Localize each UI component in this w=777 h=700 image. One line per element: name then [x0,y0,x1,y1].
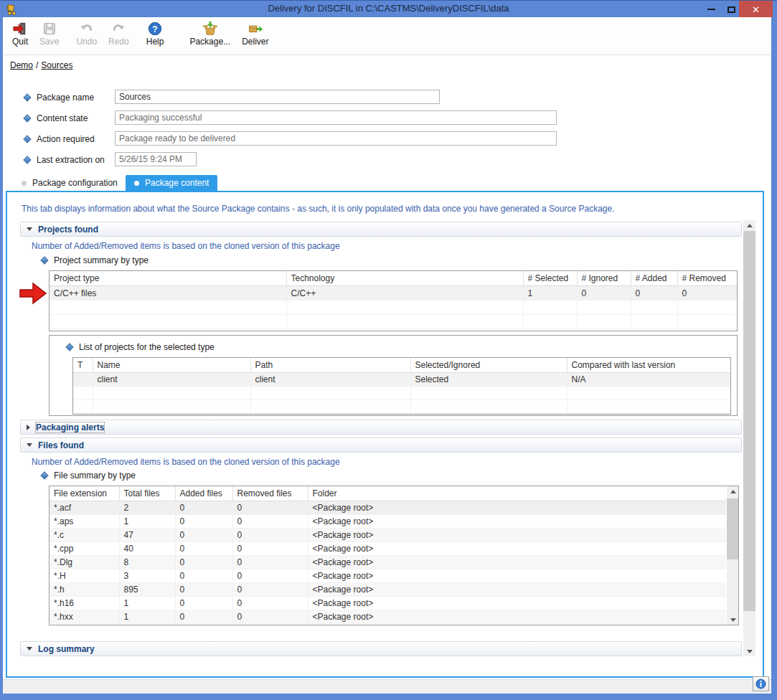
breadcrumb-link-sources[interactable]: Sources [41,60,72,70]
table-cell [73,387,93,400]
column-header: File extension [50,486,119,501]
table-row[interactable]: clientclientSelectedN/A [73,373,730,387]
table-cell [410,387,567,400]
table-row[interactable]: *.h16100<Package root> [50,597,726,610]
content-state-input[interactable] [115,110,557,125]
maximize-icon [727,6,735,13]
table-cell: <Package root> [308,501,726,515]
table-cell: 0 [175,542,232,556]
svg-text:?: ? [152,24,157,34]
scroll-down-icon[interactable] [727,615,739,625]
table-row[interactable]: *.H300<Package root> [50,569,726,583]
last-extraction-input[interactable] [115,152,197,166]
section-header-packaging-alerts[interactable]: Packaging alerts [20,420,742,435]
section-header-log-summary[interactable]: Log summary [20,641,742,656]
diamond-icon [23,156,31,164]
file-summary-label-row: File summary by type [42,470,136,481]
table-cell [523,315,577,329]
table-cell: 0 [232,501,308,515]
field-content-state: Content state [24,113,88,123]
table-row[interactable]: *.hxx100<Package root> [50,610,726,624]
tab-package-configuration[interactable]: Package configuration [22,175,118,191]
expand-triangle-icon [27,425,30,430]
table-header-row: File extensionTotal filesAdded filesRemo… [50,486,726,501]
column-header: Added files [175,486,232,501]
save-label: Save [39,37,59,47]
table-row[interactable]: *.c4700<Package root> [50,529,726,542]
table-header-row: Project typeTechnology# Selected# Ignore… [50,271,738,286]
table-row[interactable]: *.aps100<Package root> [50,515,726,529]
undo-button: Undo [72,20,100,47]
deliver-button[interactable]: Deliver [238,20,272,47]
section-title: Projects found [38,224,98,235]
table-cell [677,315,738,329]
column-header: # Selected [523,271,577,286]
section-header-files-found[interactable]: Files found [20,438,742,453]
table-cell [50,301,286,315]
table-cell: 47 [119,529,175,542]
table-cell: 0 [577,286,631,301]
file-summary-table: File extensionTotal filesAdded filesRemo… [50,486,726,624]
table-cell: 0 [232,583,308,597]
files-table-scrollbar[interactable] [727,486,739,625]
field-action-required: Action required [24,134,95,144]
table-row[interactable]: C/C++ filesC/C++1000 [50,286,738,301]
table-row[interactable]: *.acf200<Package root> [50,501,726,515]
table-cell: N/A [567,373,730,387]
project-summary-label: Project summary by type [54,255,149,265]
window-title: Delivery for DISCFIL in C:\CASTMS\Delive… [0,3,777,14]
maximize-button[interactable] [721,1,741,18]
projects-note: Number of Added/Removed items is based o… [32,241,340,251]
help-label: Help [146,37,164,47]
table-cell: 40 [119,542,175,556]
table-row[interactable]: *.cpp4000<Package root> [50,542,726,556]
column-header: Project type [50,271,286,286]
project-summary-label-row: Project summary by type [42,255,149,265]
table-cell [677,301,738,315]
table-cell: *.h16 [50,597,119,610]
table-cell: <Package root> [308,542,726,556]
help-button[interactable]: ? Help [143,20,168,47]
quit-button[interactable]: Quit [9,20,32,47]
scrollbar-thumb[interactable] [727,498,739,559]
info-button[interactable] [753,676,769,691]
package-name-input[interactable] [115,90,440,104]
table-cell: 0 [232,610,308,624]
breadcrumb-separator: / [36,60,38,70]
table-cell [567,387,730,400]
project-list-container: List of projects for the selected type T… [49,335,738,416]
table-header-row: TNamePathSelected/IgnoredCompared with l… [73,358,730,373]
section-header-projects-found[interactable]: Projects found [20,222,742,237]
scroll-up-icon[interactable] [743,220,755,230]
scroll-down-icon[interactable] [743,646,755,656]
column-header: Selected/Ignored [410,358,567,373]
scroll-up-icon[interactable] [727,486,739,496]
table-cell: 0 [175,501,232,515]
package-button[interactable]: Package... [186,20,234,47]
panel-scrollbar[interactable] [743,220,755,656]
breadcrumb-link-demo[interactable]: Demo [10,60,33,70]
action-required-label: Action required [37,134,95,144]
minimize-button[interactable] [701,1,721,18]
action-required-input[interactable] [115,131,557,146]
table-cell: <Package root> [308,610,726,624]
window-border-bottom [0,694,777,700]
table-cell: 0 [175,556,232,569]
status-bar [3,679,771,694]
scrollbar-thumb[interactable] [743,231,755,611]
table-row[interactable]: *.h89500<Package root> [50,583,726,597]
diamond-icon [23,114,31,122]
table-row[interactable]: *.Dlg800<Package root> [50,556,726,569]
project-summary-table-container: Project typeTechnology# Selected# Ignore… [49,270,738,331]
table-cell: *.c [50,529,119,542]
minimize-icon [707,9,715,10]
close-button[interactable]: ✕ [739,1,773,18]
column-header: Technology [286,271,523,286]
table-row-empty [73,400,730,414]
tab-package-content[interactable]: Package content [126,175,217,191]
table-cell [250,387,410,400]
toolbar: Quit Save Undo Redo [3,17,771,55]
last-extraction-label: Last extraction on [37,155,105,165]
diamond-icon [65,343,73,351]
diamond-icon [40,471,48,479]
